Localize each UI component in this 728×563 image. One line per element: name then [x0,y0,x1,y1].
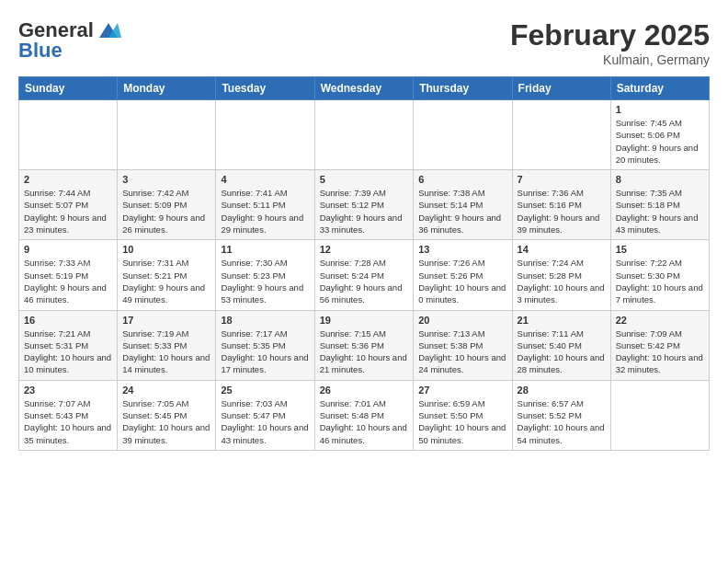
day-cell: 27Sunrise: 6:59 AM Sunset: 5:50 PM Dayli… [414,380,512,450]
day-info: Sunrise: 7:42 AM Sunset: 5:09 PM Dayligh… [122,187,210,236]
day-cell: 23Sunrise: 7:07 AM Sunset: 5:43 PM Dayli… [19,380,118,450]
day-number: 28 [518,385,606,396]
day-info: Sunrise: 6:59 AM Sunset: 5:50 PM Dayligh… [418,397,506,446]
day-cell: 13Sunrise: 7:26 AM Sunset: 5:26 PM Dayli… [414,240,512,310]
day-cell: 3Sunrise: 7:42 AM Sunset: 5:09 PM Daylig… [118,170,216,240]
weekday-wednesday: Wednesday [314,77,414,100]
day-number: 21 [518,315,606,326]
day-cell: 17Sunrise: 7:19 AM Sunset: 5:33 PM Dayli… [118,310,216,380]
day-number: 5 [320,174,409,185]
weekday-sunday: Sunday [19,77,118,100]
day-number: 19 [320,315,409,326]
day-info: Sunrise: 7:07 AM Sunset: 5:43 PM Dayligh… [24,397,112,446]
day-info: Sunrise: 7:30 AM Sunset: 5:23 PM Dayligh… [221,257,309,305]
day-info: Sunrise: 7:41 AM Sunset: 5:11 PM Dayligh… [221,187,309,236]
week-row-1: 1Sunrise: 7:45 AM Sunset: 5:06 PM Daylig… [19,100,710,170]
day-cell [414,100,512,170]
day-info: Sunrise: 7:15 AM Sunset: 5:36 PM Dayligh… [320,327,409,376]
day-info: Sunrise: 7:39 AM Sunset: 5:12 PM Dayligh… [320,187,409,236]
day-info: Sunrise: 7:19 AM Sunset: 5:33 PM Dayligh… [122,327,210,376]
day-cell [118,100,216,170]
day-number: 26 [320,385,409,396]
week-row-4: 16Sunrise: 7:21 AM Sunset: 5:31 PM Dayli… [19,310,710,380]
day-info: Sunrise: 7:01 AM Sunset: 5:48 PM Dayligh… [320,397,409,446]
day-cell [512,100,610,170]
month-title: February 2025 [510,18,710,52]
day-number: 17 [122,315,210,326]
day-cell: 20Sunrise: 7:13 AM Sunset: 5:38 PM Dayli… [414,310,512,380]
day-cell [314,100,414,170]
day-cell: 6Sunrise: 7:38 AM Sunset: 5:14 PM Daylig… [414,170,512,240]
weekday-tuesday: Tuesday [216,77,314,100]
weekday-thursday: Thursday [414,77,512,100]
week-row-3: 9Sunrise: 7:33 AM Sunset: 5:19 PM Daylig… [19,240,710,310]
day-info: Sunrise: 7:21 AM Sunset: 5:31 PM Dayligh… [24,327,112,376]
day-cell: 21Sunrise: 7:11 AM Sunset: 5:40 PM Dayli… [512,310,610,380]
day-info: Sunrise: 7:26 AM Sunset: 5:26 PM Dayligh… [418,257,506,305]
day-cell: 2Sunrise: 7:44 AM Sunset: 5:07 PM Daylig… [19,170,118,240]
day-cell: 7Sunrise: 7:36 AM Sunset: 5:16 PM Daylig… [512,170,610,240]
calendar-table: SundayMondayTuesdayWednesdayThursdayFrid… [18,76,710,451]
day-number: 25 [221,385,309,396]
day-number: 27 [418,385,506,396]
day-info: Sunrise: 7:03 AM Sunset: 5:47 PM Dayligh… [221,397,309,446]
day-number: 1 [616,104,704,115]
day-cell: 1Sunrise: 7:45 AM Sunset: 5:06 PM Daylig… [610,100,709,170]
day-number: 7 [518,174,606,185]
day-info: Sunrise: 7:11 AM Sunset: 5:40 PM Dayligh… [518,327,606,376]
day-number: 22 [616,315,704,326]
day-number: 23 [24,385,112,396]
day-cell: 5Sunrise: 7:39 AM Sunset: 5:12 PM Daylig… [314,170,414,240]
day-info: Sunrise: 7:05 AM Sunset: 5:45 PM Dayligh… [122,397,210,446]
day-cell: 19Sunrise: 7:15 AM Sunset: 5:36 PM Dayli… [314,310,414,380]
weekday-header-row: SundayMondayTuesdayWednesdayThursdayFrid… [19,77,710,100]
day-cell [610,380,709,450]
day-info: Sunrise: 7:35 AM Sunset: 5:18 PM Dayligh… [616,187,704,236]
day-number: 20 [418,315,506,326]
day-info: Sunrise: 7:28 AM Sunset: 5:24 PM Dayligh… [320,257,409,305]
day-cell [19,100,118,170]
day-info: Sunrise: 7:24 AM Sunset: 5:28 PM Dayligh… [518,257,606,305]
title-block: February 2025 Kulmain, Germany [510,18,710,67]
page-header: General Blue February 2025 Kulmain, Germ… [18,18,710,67]
day-info: Sunrise: 7:17 AM Sunset: 5:35 PM Dayligh… [221,327,309,376]
day-cell: 16Sunrise: 7:21 AM Sunset: 5:31 PM Dayli… [19,310,118,380]
day-cell: 9Sunrise: 7:33 AM Sunset: 5:19 PM Daylig… [19,240,118,310]
day-info: Sunrise: 7:44 AM Sunset: 5:07 PM Dayligh… [24,187,112,236]
day-info: Sunrise: 7:31 AM Sunset: 5:21 PM Dayligh… [122,257,210,305]
day-cell: 24Sunrise: 7:05 AM Sunset: 5:45 PM Dayli… [118,380,216,450]
day-cell: 25Sunrise: 7:03 AM Sunset: 5:47 PM Dayli… [216,380,314,450]
day-number: 18 [221,315,309,326]
day-cell: 22Sunrise: 7:09 AM Sunset: 5:42 PM Dayli… [610,310,709,380]
day-number: 16 [24,315,112,326]
day-info: Sunrise: 7:09 AM Sunset: 5:42 PM Dayligh… [616,327,704,376]
day-info: Sunrise: 7:38 AM Sunset: 5:14 PM Dayligh… [418,187,506,236]
day-cell [216,100,314,170]
week-row-5: 23Sunrise: 7:07 AM Sunset: 5:43 PM Dayli… [19,380,710,450]
day-number: 24 [122,385,210,396]
day-number: 4 [221,174,309,185]
weekday-monday: Monday [118,77,216,100]
weekday-friday: Friday [512,77,610,100]
day-info: Sunrise: 7:13 AM Sunset: 5:38 PM Dayligh… [418,327,506,376]
day-cell: 10Sunrise: 7:31 AM Sunset: 5:21 PM Dayli… [118,240,216,310]
day-number: 11 [221,244,309,255]
location: Kulmain, Germany [510,52,710,67]
day-number: 10 [122,244,210,255]
logo: General Blue [18,18,121,63]
day-info: Sunrise: 7:22 AM Sunset: 5:30 PM Dayligh… [616,257,704,305]
day-cell: 15Sunrise: 7:22 AM Sunset: 5:30 PM Dayli… [610,240,709,310]
day-cell: 14Sunrise: 7:24 AM Sunset: 5:28 PM Dayli… [512,240,610,310]
calendar-body: 1Sunrise: 7:45 AM Sunset: 5:06 PM Daylig… [19,100,710,451]
logo-icon [96,21,121,40]
day-cell: 12Sunrise: 7:28 AM Sunset: 5:24 PM Dayli… [314,240,414,310]
day-cell: 26Sunrise: 7:01 AM Sunset: 5:48 PM Dayli… [314,380,414,450]
day-info: Sunrise: 7:33 AM Sunset: 5:19 PM Dayligh… [24,257,112,305]
day-cell: 18Sunrise: 7:17 AM Sunset: 5:35 PM Dayli… [216,310,314,380]
day-number: 13 [418,244,506,255]
day-info: Sunrise: 7:36 AM Sunset: 5:16 PM Dayligh… [518,187,606,236]
day-number: 14 [518,244,606,255]
day-number: 9 [24,244,112,255]
logo-blue: Blue [18,39,63,63]
day-cell: 28Sunrise: 6:57 AM Sunset: 5:52 PM Dayli… [512,380,610,450]
